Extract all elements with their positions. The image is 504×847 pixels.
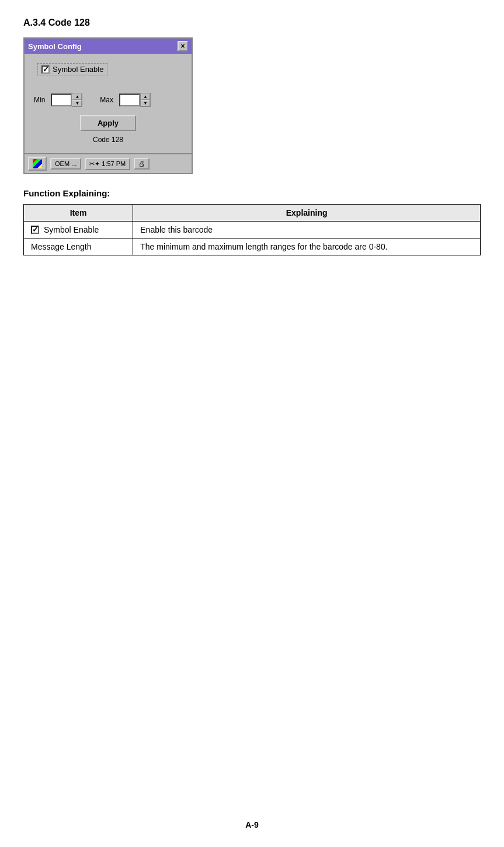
symbol-config-window: Symbol Config × Symbol Enable Min 0 ▲ ▼ … (23, 37, 193, 174)
window-titlebar: Symbol Config × (25, 39, 192, 54)
explaining-cell-1: Enable this barcode (133, 222, 481, 238)
max-down-arrow[interactable]: ▼ (141, 100, 150, 106)
page-heading: A.3.4 Code 128 (23, 18, 481, 28)
start-button[interactable] (28, 157, 47, 171)
taskbar-extra-icon: 🖨 (138, 160, 145, 167)
window-body: Symbol Enable Min 0 ▲ ▼ Max 80 ▲ ▼ (25, 54, 192, 153)
col-explaining-header: Explaining (133, 205, 481, 222)
table-checkbox-icon (31, 226, 39, 234)
symbol-enable-row: Symbol Enable (37, 63, 185, 75)
min-label: Min (34, 96, 45, 104)
symbol-enable-label: Symbol Enable (53, 65, 103, 74)
taskbar-time: 1:57 PM (102, 160, 126, 167)
min-spinner: 0 ▲ ▼ (51, 93, 82, 107)
symbol-enable-checkbox-box: Symbol Enable (37, 63, 107, 75)
code-label: Code 128 (32, 136, 185, 144)
explain-table: Item Explaining Symbol Enable Enable thi… (23, 204, 481, 255)
oem-button[interactable]: OEM ... (50, 158, 81, 170)
window-title: Symbol Config (28, 42, 82, 51)
min-spinner-arrows: ▲ ▼ (72, 93, 82, 107)
function-section: Function Explaining: Item Explaining Sym… (23, 188, 481, 255)
function-heading: Function Explaining: (23, 188, 481, 198)
symbol-enable-checkbox[interactable] (41, 65, 50, 74)
apply-row: Apply (32, 115, 185, 131)
tools-button[interactable]: ✂✦ 1:57 PM (85, 158, 130, 170)
taskbar: OEM ... ✂✦ 1:57 PM 🖨 (25, 153, 192, 173)
item-cell-1: Symbol Enable (24, 222, 133, 238)
table-row: Message Length The minimum and maximum l… (24, 238, 481, 255)
min-up-arrow[interactable]: ▲ (72, 94, 82, 100)
col-item-header: Item (24, 205, 133, 222)
max-spinner: 80 ▲ ▼ (119, 93, 151, 107)
table-header-row: Item Explaining (24, 205, 481, 222)
oem-label: OEM ... (55, 160, 77, 167)
max-up-arrow[interactable]: ▲ (141, 94, 150, 100)
page-footer: A-9 (0, 820, 504, 829)
window-close-button[interactable]: × (178, 41, 188, 51)
taskbar-extra-button[interactable]: 🖨 (134, 158, 150, 170)
max-label: Max (100, 96, 113, 104)
min-input[interactable]: 0 (51, 94, 72, 106)
table-row: Symbol Enable Enable this barcode (24, 222, 481, 238)
tools-icon: ✂✦ (89, 160, 100, 168)
explaining-cell-2: The minimum and maximum length ranges fo… (133, 238, 481, 255)
min-max-row: Min 0 ▲ ▼ Max 80 ▲ ▼ (34, 93, 185, 107)
item-cell-2: Message Length (24, 238, 133, 255)
item-cell-1-content: Symbol Enable (31, 225, 126, 234)
item-1-label: Symbol Enable (44, 225, 99, 234)
max-spinner-arrows: ▲ ▼ (140, 93, 151, 107)
start-icon (33, 159, 42, 168)
max-input[interactable]: 80 (119, 94, 140, 106)
apply-button[interactable]: Apply (80, 115, 136, 131)
min-down-arrow[interactable]: ▼ (72, 100, 82, 106)
